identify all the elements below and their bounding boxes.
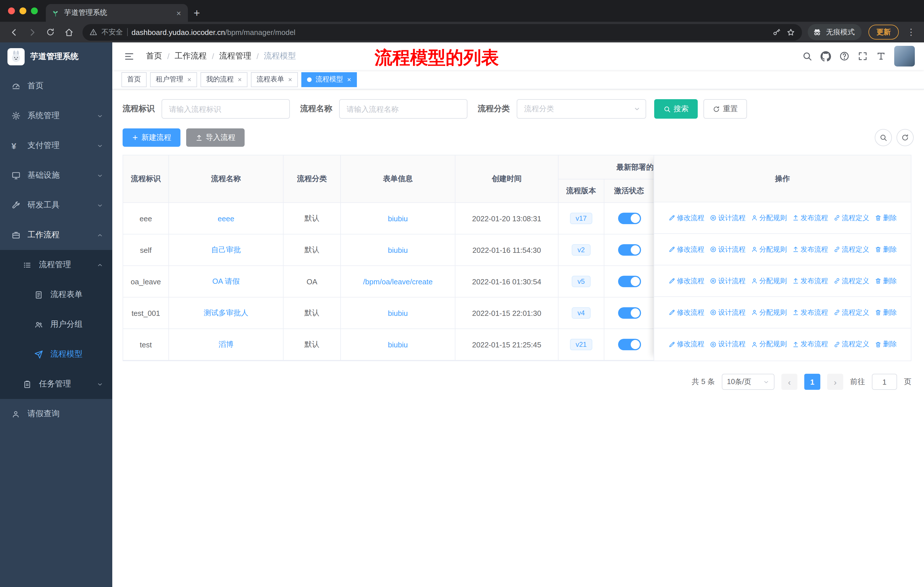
reload-icon[interactable] (42, 24, 58, 40)
breadcrumb-workflow[interactable]: 工作流程 (175, 51, 207, 61)
address-bar[interactable]: 不安全 dashboard.yudao.iocoder.cn/bpm/manag… (82, 24, 802, 40)
sidebar-item-process-form[interactable]: 流程表单 (0, 280, 112, 309)
close-icon[interactable]: × (347, 75, 351, 83)
refresh-table-button[interactable] (896, 129, 914, 146)
action-definition[interactable]: 流程定义 (833, 276, 869, 286)
sidebar-item-process-model[interactable]: 流程模型 (0, 339, 112, 369)
status-toggle[interactable] (618, 276, 641, 287)
cell-name-link[interactable]: OA 请假 (169, 266, 284, 297)
import-process-button[interactable]: 导入流程 (186, 128, 244, 147)
create-process-button[interactable]: 新建流程 (122, 128, 180, 147)
cell-form-link[interactable]: biubiu (341, 203, 455, 234)
action-assign-rule[interactable]: 分配规则 (751, 339, 787, 349)
action-modify[interactable]: 修改流程 (668, 308, 704, 317)
action-modify[interactable]: 修改流程 (668, 245, 704, 254)
action-delete[interactable]: 删除 (874, 308, 897, 317)
search-button[interactable]: 搜索 (654, 99, 698, 119)
close-icon[interactable]: × (187, 75, 191, 83)
tag-process-model[interactable]: 流程模型× (301, 72, 357, 87)
process-name-input[interactable] (339, 99, 467, 119)
minimize-window-button[interactable] (20, 7, 26, 14)
sidebar-logo[interactable]: 芋道管理系统 (0, 42, 112, 71)
sidebar-item-task-mgmt[interactable]: 任务管理 (0, 369, 112, 399)
help-icon[interactable] (839, 51, 850, 61)
browser-menu-icon[interactable]: ⋮ (904, 27, 918, 37)
cell-name-link[interactable]: 滔博 (169, 329, 284, 360)
close-icon[interactable]: × (288, 75, 292, 83)
action-definition[interactable]: 流程定义 (833, 245, 869, 254)
action-publish[interactable]: 发布流程 (792, 339, 828, 349)
prev-page-button[interactable]: ‹ (781, 374, 797, 390)
tab-close-icon[interactable]: × (175, 8, 182, 18)
update-button[interactable]: 更新 (868, 25, 899, 40)
home-icon[interactable] (61, 24, 77, 40)
action-definition[interactable]: 流程定义 (833, 339, 869, 349)
action-delete[interactable]: 删除 (874, 339, 897, 349)
tag-home[interactable]: 首页 (121, 72, 147, 87)
action-definition[interactable]: 流程定义 (833, 308, 869, 317)
cell-form-link[interactable]: /bpm/oa/leave/create (341, 266, 455, 297)
action-publish[interactable]: 发布流程 (792, 245, 828, 254)
action-assign-rule[interactable]: 分配规则 (751, 213, 787, 223)
fullscreen-icon[interactable] (858, 51, 868, 61)
action-assign-rule[interactable]: 分配规则 (751, 245, 787, 254)
close-icon[interactable]: × (238, 75, 242, 83)
sidebar-item-payment[interactable]: ¥ 支付管理 (0, 131, 112, 160)
cell-form-link[interactable]: biubiu (341, 329, 455, 360)
sidebar-item-workflow[interactable]: 工作流程 (0, 220, 112, 250)
status-toggle[interactable] (618, 244, 641, 256)
sidebar-item-system[interactable]: 系统管理 (0, 101, 112, 131)
action-modify[interactable]: 修改流程 (668, 213, 704, 223)
page-size-select[interactable]: 10条/页 (722, 374, 774, 390)
tag-process-form[interactable]: 流程表单× (251, 72, 298, 87)
status-toggle[interactable] (618, 213, 641, 224)
sidebar-item-home[interactable]: 首页 (0, 71, 112, 101)
action-assign-rule[interactable]: 分配规则 (751, 276, 787, 286)
action-design[interactable]: 设计流程 (710, 245, 746, 254)
page-number-current[interactable]: 1 (804, 374, 820, 390)
cell-name-link[interactable]: 自己审批 (169, 235, 284, 265)
action-publish[interactable]: 发布流程 (792, 308, 828, 317)
sidebar-item-user-group[interactable]: 用户分组 (0, 309, 112, 339)
browser-tab[interactable]: 芋道管理系统 × (46, 4, 188, 22)
password-key-icon[interactable] (772, 28, 781, 36)
action-assign-rule[interactable]: 分配规则 (751, 308, 787, 317)
action-design[interactable]: 设计流程 (710, 339, 746, 349)
back-icon[interactable] (6, 24, 22, 40)
action-definition[interactable]: 流程定义 (833, 213, 869, 223)
bookmark-star-icon[interactable] (787, 28, 795, 36)
goto-page-input[interactable] (872, 374, 897, 390)
breadcrumb-home[interactable]: 首页 (146, 51, 162, 61)
close-window-button[interactable] (8, 7, 15, 14)
action-design[interactable]: 设计流程 (710, 213, 746, 223)
action-design[interactable]: 设计流程 (710, 308, 746, 317)
process-key-input[interactable] (162, 99, 290, 119)
status-toggle[interactable] (618, 339, 641, 350)
action-design[interactable]: 设计流程 (710, 276, 746, 286)
action-delete[interactable]: 删除 (874, 276, 897, 286)
cell-name-link[interactable]: 测试多审批人 (169, 298, 284, 329)
search-icon[interactable] (802, 51, 812, 61)
breadcrumb-process-mgmt[interactable]: 流程管理 (219, 51, 251, 61)
toggle-search-button[interactable] (875, 129, 892, 146)
action-publish[interactable]: 发布流程 (792, 276, 828, 286)
zoom-window-button[interactable] (31, 7, 38, 14)
cell-name-link[interactable]: eeee (169, 203, 284, 234)
action-modify[interactable]: 修改流程 (668, 339, 704, 349)
tag-tenant[interactable]: 租户管理× (150, 72, 197, 87)
cell-form-link[interactable]: biubiu (341, 235, 455, 265)
next-page-button[interactable]: › (827, 374, 843, 390)
avatar[interactable] (894, 46, 915, 66)
font-size-icon[interactable] (876, 51, 886, 61)
category-select[interactable]: 流程分类 (517, 99, 646, 119)
new-tab-button[interactable]: + (194, 7, 200, 20)
sidebar-item-infra[interactable]: 基础设施 (0, 160, 112, 190)
sidebar-item-leave-query[interactable]: 请假查询 (0, 399, 112, 429)
sidebar-item-process-mgmt[interactable]: 流程管理 (0, 250, 112, 280)
sidebar-collapse-icon[interactable] (121, 48, 137, 64)
action-delete[interactable]: 删除 (874, 245, 897, 254)
action-publish[interactable]: 发布流程 (792, 213, 828, 223)
tag-my-process[interactable]: 我的流程× (201, 72, 248, 87)
action-delete[interactable]: 删除 (874, 213, 897, 223)
reset-button[interactable]: 重置 (703, 99, 747, 119)
